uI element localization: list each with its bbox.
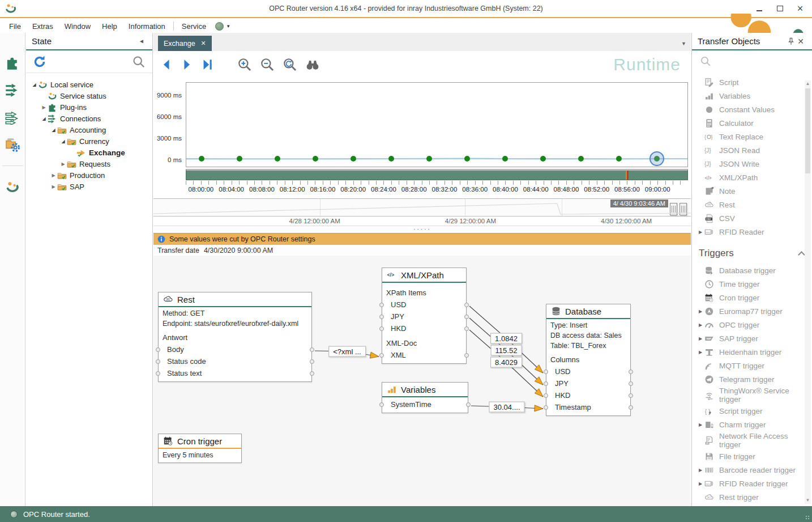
node-port-row[interactable]: Timestamp [546,401,630,413]
menu-service[interactable]: Service [176,20,212,32]
input-port[interactable] [379,326,384,331]
flow-node-db[interactable]: DatabaseType: InsertDB access data: Sale… [546,304,631,416]
pin-icon[interactable] [787,37,795,45]
collapse-chevron-icon[interactable] [798,251,805,258]
connections-outline-icon[interactable] [5,110,20,125]
connection-value-label[interactable]: 30.04.... [489,402,525,413]
error-marker[interactable] [626,171,629,180]
input-port[interactable] [379,315,384,319]
transfer-object-json-read[interactable]: {J}JSON Read [692,143,812,157]
scroll-up-icon[interactable]: ▲ [805,80,811,87]
tree-item-requests[interactable]: ▶Requests [27,158,151,169]
node-port-row[interactable]: Status code [159,355,311,367]
transfer-object-rest[interactable]: {R}Rest [692,198,812,211]
find-icon[interactable] [305,57,320,72]
service-status-dot-icon[interactable] [215,22,224,31]
app-logo-icon[interactable] [5,180,20,194]
tree-item-production[interactable]: ▶Production [27,169,151,181]
collapse-panel-icon[interactable]: ◄ [136,38,147,44]
node-header[interactable]: Cron trigger [159,434,241,449]
input-port[interactable] [156,347,160,352]
transfer-object-rest-trigger[interactable]: {RT}Rest trigger [692,490,812,504]
transfer-object-heidenhain-trigger[interactable]: ▶Heidenhain trigger [692,345,812,359]
input-port[interactable] [379,402,384,407]
node-port-row[interactable]: HKD [382,322,466,334]
output-port[interactable] [310,371,314,376]
expander-icon[interactable]: ▶ [696,322,704,328]
refresh-icon[interactable] [33,55,46,69]
data-point[interactable] [464,156,470,162]
data-point[interactable] [578,156,584,162]
data-point[interactable] [426,156,432,162]
data-point[interactable] [237,156,242,162]
output-port[interactable] [464,315,469,319]
project-settings-icon[interactable] [5,137,20,152]
prev-transfer-icon[interactable] [160,58,173,71]
transfer-object-csv[interactable]: CSVCSV [692,211,812,225]
node-header[interactable]: </>XML/XPath [382,268,466,283]
input-port[interactable] [544,393,548,398]
expander-icon[interactable]: ▶ [696,336,704,341]
tree-item-exchange[interactable]: Exchange [27,147,151,158]
output-port[interactable] [464,326,469,331]
transfer-object-note[interactable]: Note [692,184,812,198]
tree-caret-open-icon[interactable]: ◢ [50,128,57,133]
input-port[interactable] [544,370,548,374]
connection-value-label[interactable]: 115.52 [491,345,522,356]
plugins-icon[interactable] [5,56,20,70]
expander-icon[interactable]: ▶ [696,468,704,473]
data-point[interactable] [199,156,204,162]
transfer-object-constant-values[interactable]: Constant Values [692,103,812,116]
output-port[interactable] [466,402,471,407]
input-port[interactable] [156,359,160,364]
output-port[interactable] [464,353,469,358]
data-point-selected[interactable] [654,156,660,162]
expander-icon[interactable]: ▶ [696,230,704,235]
node-port-row[interactable]: USD [382,299,466,311]
output-port[interactable] [310,347,314,352]
tree-item-service-status[interactable]: Service status [27,90,151,101]
close-button[interactable]: × [796,5,804,12]
transfer-object-telegram-trigger[interactable]: Telegram trigger [692,372,812,386]
next-transfer-icon[interactable] [181,58,193,71]
transfer-object-text-replace[interactable]: {}Text Replace [692,130,812,143]
node-port-row[interactable]: JPY [546,377,630,389]
node-header[interactable]: Variables [382,383,468,397]
data-point[interactable] [275,156,280,162]
input-port[interactable] [156,371,160,376]
triggers-section-header[interactable]: Triggers [699,248,804,259]
transfer-object-rfid-reader-trigger[interactable]: ▶RFIDRFID Reader trigger [692,477,812,490]
input-port[interactable] [379,303,384,307]
zoom-reset-icon[interactable] [283,57,297,72]
node-port-row[interactable]: HKD [546,389,630,401]
node-header[interactable]: {R}Rest [159,292,311,307]
data-point[interactable] [502,156,508,162]
tree-caret-open-icon[interactable]: ◢ [59,139,67,144]
transfer-object-time-trigger[interactable]: Time trigger [692,277,812,291]
menu-help[interactable]: Help [96,20,123,32]
scroll-thumb[interactable] [805,88,810,173]
data-point[interactable] [388,156,394,162]
tree-caret-closed-icon[interactable]: ▶ [40,105,48,110]
node-port-row[interactable]: USD [546,366,630,377]
flow-node-cron[interactable]: Cron triggerEvery 5 minutes [158,434,242,463]
output-port[interactable] [629,381,633,386]
transfer-object-xml-xpath[interactable]: </>XML/XPath [692,171,812,184]
output-port[interactable] [629,393,633,398]
node-header[interactable]: Database [546,304,630,319]
transfer-object-opc-trigger[interactable]: ▶OPC trigger [692,318,812,332]
connection-value-label[interactable]: <?xml ... [328,346,366,357]
transfer-object-barcode-reader-trigger[interactable]: ▶Barcode reader trigger [692,463,812,477]
tab-close-icon[interactable]: ✕ [201,40,206,47]
menu-window[interactable]: Window [59,20,96,32]
transfer-object-json-write[interactable]: {J}JSON Write [692,157,812,171]
splitter-handle[interactable]: ····· [153,226,691,233]
tree-item-accounting[interactable]: ◢Accounting [27,124,151,135]
transfer-object-database-trigger[interactable]: Database trigger [692,264,812,277]
expander-icon[interactable]: ▶ [696,350,704,355]
transfer-object-mqtt-trigger[interactable]: MQTT trigger [692,359,812,372]
service-dropdown-caret-icon[interactable]: ▼ [226,24,230,29]
tree-caret-closed-icon[interactable]: ▶ [50,173,57,178]
data-point[interactable] [540,156,546,162]
tab-list-dropdown-icon[interactable]: ▼ [681,41,686,46]
